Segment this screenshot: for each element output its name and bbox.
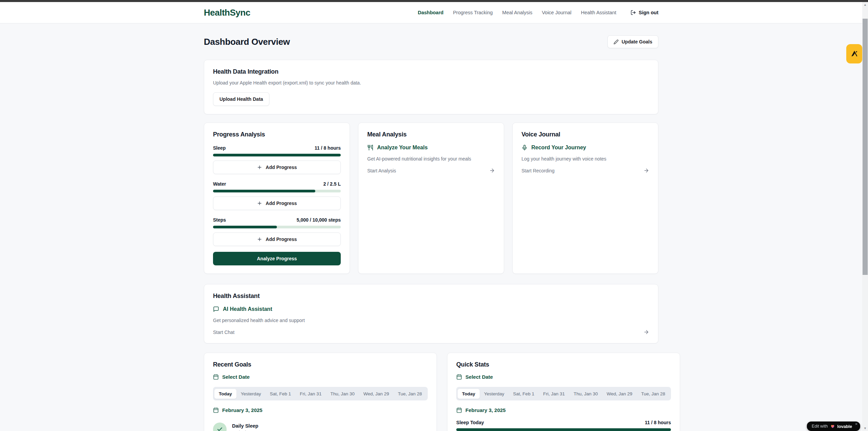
integration-description: Upload your Apple Health export (export.… bbox=[213, 80, 649, 86]
vertical-scrollbar[interactable]: ▲ ▼ bbox=[862, 2, 868, 431]
water-metric: Water 2 / 2.5 L Add Progress bbox=[213, 181, 341, 210]
add-steps-progress-button[interactable]: Add Progress bbox=[213, 232, 341, 246]
arrow-right-icon bbox=[643, 168, 649, 173]
steps-metric: Steps 5,000 / 10,000 steps Add Progress bbox=[213, 217, 341, 246]
recent-goals-card: Recent Goals Select Date TodayYesterdayS… bbox=[204, 353, 437, 431]
meal-analysis-description: Get AI-powered nutritional insights for … bbox=[367, 156, 495, 162]
quick-stats-selected-date[interactable]: February 3, 2025 bbox=[456, 407, 671, 413]
quick-stats-title: Quick Stats bbox=[456, 361, 671, 368]
microphone-icon bbox=[521, 145, 528, 151]
voice-journal-description: Log your health journey with voice notes bbox=[521, 156, 649, 162]
sleep-label: Sleep bbox=[213, 145, 226, 151]
heart-icon bbox=[830, 424, 835, 429]
nav-voice-journal[interactable]: Voice Journal bbox=[542, 10, 571, 15]
tab-thu-jan-30[interactable]: Thu, Jan 30 bbox=[569, 389, 602, 399]
meal-analysis-title: Meal Analysis bbox=[367, 131, 495, 138]
recent-goals-select-date-button[interactable]: Select Date bbox=[213, 374, 428, 380]
start-recording-row[interactable]: Start Recording bbox=[521, 168, 649, 173]
close-icon[interactable]: ✕ bbox=[855, 423, 858, 426]
plus-icon bbox=[257, 165, 262, 170]
add-water-progress-button[interactable]: Add Progress bbox=[213, 196, 341, 210]
health-assistant-card: Health Assistant AI Health Assistant Get… bbox=[204, 284, 658, 343]
voice-journal-title: Voice Journal bbox=[521, 131, 649, 138]
start-chat-row[interactable]: Start Chat bbox=[213, 329, 649, 335]
tab-fri-jan-31[interactable]: Fri, Jan 31 bbox=[296, 389, 326, 399]
sleep-today-progress-bar bbox=[456, 428, 671, 431]
nav-health-assistant[interactable]: Health Assistant bbox=[581, 10, 616, 15]
health-data-integration-card: Health Data Integration Upload your Appl… bbox=[204, 60, 658, 114]
sign-out-button[interactable]: Sign out bbox=[631, 10, 658, 15]
extension-badge[interactable] bbox=[846, 44, 862, 63]
tab-sat-feb-1[interactable]: Sat, Feb 1 bbox=[509, 389, 538, 399]
start-analysis-row[interactable]: Start Analysis bbox=[367, 168, 495, 173]
ai-health-assistant-link[interactable]: AI Health Assistant bbox=[213, 306, 649, 312]
recent-goals-date-tabs: TodayYesterdaySat, Feb 1Fri, Jan 31Thu, … bbox=[213, 387, 428, 400]
goal-name: Daily Sleep bbox=[232, 423, 258, 429]
tab-today[interactable]: Today bbox=[214, 389, 236, 399]
steps-value: 5,000 / 10,000 steps bbox=[297, 217, 341, 223]
calendar-icon bbox=[456, 407, 462, 413]
utensils-icon bbox=[367, 145, 373, 151]
record-your-journey-link[interactable]: Record Your Journey bbox=[521, 145, 649, 151]
sleep-today-value: 11 / 8 hours bbox=[645, 420, 671, 425]
tab-thu-jan-30[interactable]: Thu, Jan 30 bbox=[326, 389, 359, 399]
sleep-metric: Sleep 11 / 8 hours Add Progress bbox=[213, 145, 341, 174]
add-sleep-progress-button[interactable]: Add Progress bbox=[213, 161, 341, 174]
app-logo[interactable]: HealthSync bbox=[204, 7, 250, 18]
page-title: Dashboard Overview bbox=[204, 37, 290, 47]
pencil-icon bbox=[614, 39, 619, 44]
tab-wed-jan-29[interactable]: Wed, Jan 29 bbox=[602, 389, 637, 399]
tab-yesterday[interactable]: Yesterday bbox=[236, 389, 266, 399]
integration-title: Health Data Integration bbox=[213, 68, 649, 75]
main-nav: Dashboard Progress Tracking Meal Analysi… bbox=[418, 10, 658, 15]
progress-analysis-title: Progress Analysis bbox=[213, 131, 341, 138]
tab-tue-jan-28[interactable]: Tue, Jan 28 bbox=[393, 389, 426, 399]
water-label: Water bbox=[213, 181, 226, 187]
health-assistant-title: Health Assistant bbox=[213, 293, 649, 300]
nav-meal-analysis[interactable]: Meal Analysis bbox=[502, 10, 532, 15]
check-circle-icon bbox=[213, 423, 227, 431]
nav-progress-tracking[interactable]: Progress Tracking bbox=[453, 10, 493, 15]
sleep-value: 11 / 8 hours bbox=[315, 145, 341, 151]
scrollbar-down-arrow-icon[interactable]: ▼ bbox=[862, 426, 868, 431]
tab-yesterday[interactable]: Yesterday bbox=[480, 389, 509, 399]
tab-fri-jan-31[interactable]: Fri, Jan 31 bbox=[539, 389, 569, 399]
lovable-edit-badge[interactable]: Edit with lovable ✕ bbox=[807, 421, 860, 431]
caret-logo-icon bbox=[850, 50, 858, 58]
tab-tue-jan-28[interactable]: Tue, Jan 28 bbox=[637, 389, 670, 399]
calendar-icon bbox=[456, 374, 462, 380]
sleep-progress-bar bbox=[213, 154, 341, 156]
nav-dashboard[interactable]: Dashboard bbox=[418, 10, 444, 15]
tab-wed-jan-29[interactable]: Wed, Jan 29 bbox=[359, 389, 394, 399]
scrollbar-thumb[interactable] bbox=[863, 19, 868, 275]
recent-goals-selected-date[interactable]: February 3, 2025 bbox=[213, 407, 428, 413]
tab-today[interactable]: Today bbox=[458, 389, 480, 399]
quick-stats-select-date-button[interactable]: Select Date bbox=[456, 374, 671, 380]
progress-analysis-card: Progress Analysis Sleep 11 / 8 hours Add… bbox=[204, 123, 350, 274]
app-header: HealthSync Dashboard Progress Tracking M… bbox=[0, 2, 862, 23]
log-out-icon bbox=[631, 10, 636, 15]
sign-out-label: Sign out bbox=[639, 10, 658, 15]
health-assistant-description: Get personalized health advice and suppo… bbox=[213, 318, 649, 323]
plus-icon bbox=[257, 237, 262, 242]
analyze-your-meals-link[interactable]: Analyze Your Meals bbox=[367, 145, 495, 151]
goal-list-item: Daily Sleep 11 / 8 hours bbox=[213, 423, 428, 431]
water-value: 2 / 2.5 L bbox=[323, 181, 341, 187]
quick-stats-date-tabs: TodayYesterdaySat, Feb 1Fri, Jan 31Thu, … bbox=[456, 387, 671, 400]
water-progress-bar bbox=[213, 190, 341, 192]
upload-health-data-button[interactable]: Upload Health Data bbox=[213, 92, 269, 106]
plus-icon bbox=[257, 201, 262, 206]
calendar-icon bbox=[213, 407, 219, 413]
meal-analysis-card: Meal Analysis Analyze Your Meals Get AI-… bbox=[358, 123, 504, 274]
update-goals-button[interactable]: Update Goals bbox=[607, 35, 658, 48]
scrollbar-up-arrow-icon[interactable]: ▲ bbox=[862, 2, 868, 7]
chat-bubble-icon bbox=[213, 306, 219, 312]
steps-progress-bar bbox=[213, 226, 341, 228]
tab-sat-feb-1[interactable]: Sat, Feb 1 bbox=[265, 389, 295, 399]
recent-goals-title: Recent Goals bbox=[213, 361, 428, 368]
quick-stats-card: Quick Stats Select Date TodayYesterdaySa… bbox=[447, 353, 680, 431]
sleep-today-label: Sleep Today bbox=[456, 420, 484, 425]
arrow-right-icon bbox=[643, 329, 649, 335]
analyze-progress-button[interactable]: Analyze Progress bbox=[213, 252, 341, 265]
main-content: Dashboard Overview Update Goals Health D… bbox=[204, 35, 658, 431]
